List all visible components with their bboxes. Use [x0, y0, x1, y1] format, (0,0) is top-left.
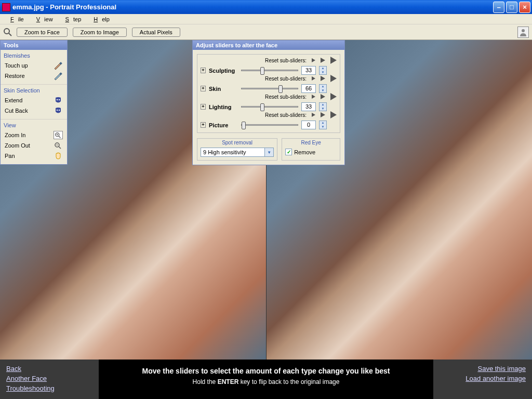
- picture-spinner[interactable]: ▲▼: [319, 121, 327, 129]
- svg-point-5: [57, 99, 58, 100]
- app-icon: [2, 3, 10, 11]
- svg-point-7: [57, 110, 58, 111]
- sculpting-value[interactable]: 33: [301, 66, 316, 75]
- preset-large-icon[interactable]: [330, 57, 337, 64]
- menu-file[interactable]: File: [2, 15, 28, 23]
- zoom-out-tool[interactable]: Zoom Out: [3, 140, 65, 151]
- svg-line-14: [59, 147, 61, 149]
- spot-removal-box: Spot removal 9 High sensitivity ▼: [197, 138, 277, 161]
- mask-extend-icon: [54, 96, 63, 104]
- touchup-tool[interactable]: Touch up: [3, 60, 65, 71]
- another-face-link[interactable]: Another Face: [6, 374, 92, 383]
- maximize-button[interactable]: □: [506, 2, 517, 13]
- window-title: emma.jpg - Portrait Professional: [12, 3, 116, 11]
- pan-tool[interactable]: Pan: [3, 151, 65, 161]
- svg-line-10: [59, 136, 61, 138]
- lighting-spinner[interactable]: ▲▼: [319, 102, 327, 111]
- skin-spinner[interactable]: ▲▼: [319, 84, 327, 93]
- menu-help[interactable]: Help: [85, 15, 114, 23]
- skin-slider[interactable]: [241, 88, 298, 89]
- titlebar: emma.jpg - Portrait Professional – □ ×: [0, 0, 532, 14]
- picture-slider-row: + Picture 0 ▲▼: [201, 121, 337, 129]
- zoom-out-icon: [54, 141, 63, 150]
- restore-tool[interactable]: Restore: [3, 71, 65, 81]
- save-image-link[interactable]: Save this image: [440, 364, 526, 374]
- expand-sculpting[interactable]: +: [201, 68, 206, 73]
- load-image-link[interactable]: Load another image: [440, 374, 526, 383]
- restore-brush-icon: [54, 72, 63, 80]
- lighting-value[interactable]: 33: [301, 102, 316, 111]
- menu-step[interactable]: Step: [57, 15, 86, 23]
- preset-med-icon[interactable]: [321, 58, 325, 63]
- svg-point-0: [4, 29, 9, 34]
- magnifier-icon[interactable]: [3, 28, 12, 37]
- menubar: File View Step Help: [0, 14, 532, 24]
- slider-group: Reset sub-sliders: + Sculpting 33 ▲▼ Res…: [197, 54, 340, 133]
- zoom-to-image-button[interactable]: Zoom to Image: [73, 28, 127, 37]
- skin-value[interactable]: 66: [301, 84, 316, 93]
- svg-line-1: [9, 33, 11, 36]
- preset-small-icon[interactable]: [312, 58, 315, 62]
- toolbar: Zoom to Face Zoom to Image Actual Pixels: [0, 24, 532, 40]
- footer: Back Another Face Troubleshooting Move t…: [0, 360, 532, 399]
- lighting-slider[interactable]: [241, 106, 298, 108]
- mask-cutback-icon: [54, 107, 63, 115]
- expand-skin[interactable]: +: [201, 86, 206, 91]
- back-link[interactable]: Back: [6, 364, 92, 374]
- skin-slider-row: + Skin 66 ▲▼: [201, 84, 337, 93]
- lighting-slider-row: + Lighting 33 ▲▼: [201, 102, 337, 111]
- close-button[interactable]: ×: [519, 2, 530, 13]
- troubleshooting-link[interactable]: Troubleshooting: [6, 383, 92, 393]
- pan-hand-icon: [54, 152, 63, 160]
- redeye-box: Red Eye ✓ Remove: [282, 138, 340, 161]
- menu-view[interactable]: View: [28, 15, 57, 23]
- sculpting-slider[interactable]: [241, 70, 298, 71]
- expand-picture[interactable]: +: [201, 122, 206, 128]
- zoom-to-face-button[interactable]: Zoom to Face: [17, 28, 68, 37]
- sculpting-spinner[interactable]: ▲▼: [319, 66, 327, 75]
- tools-header: Tools: [1, 41, 67, 50]
- touchup-brush-icon: [54, 61, 63, 70]
- cutback-tool[interactable]: Cut Back: [3, 105, 65, 116]
- face-profile-icon[interactable]: [517, 26, 529, 38]
- sculpting-slider-row: + Sculpting 33 ▲▼: [201, 66, 337, 75]
- adjust-panel: Adjust sliders to alter the face Reset s…: [192, 40, 345, 165]
- svg-point-6: [59, 99, 60, 100]
- view-section-title: View: [3, 121, 65, 130]
- redeye-checkbox[interactable]: ✓: [285, 149, 292, 155]
- extend-tool[interactable]: Extend: [3, 95, 65, 105]
- main-area: Tools Blemishes Touch up Restore Skin Se…: [0, 40, 532, 360]
- skin-selection-title: Skin Selection: [3, 86, 65, 95]
- zoom-in-tool[interactable]: Zoom In: [3, 130, 65, 140]
- picture-value[interactable]: 0: [301, 121, 316, 129]
- svg-point-2: [522, 29, 525, 32]
- zoom-in-icon: [54, 131, 63, 139]
- svg-point-8: [59, 110, 60, 111]
- minimize-button[interactable]: –: [493, 2, 504, 13]
- footer-instruction-2: Hold the ENTER key to flip back to the o…: [104, 378, 428, 385]
- expand-lighting[interactable]: +: [201, 104, 206, 110]
- spot-removal-combo[interactable]: 9 High sensitivity ▼: [201, 148, 274, 157]
- picture-slider[interactable]: [241, 124, 298, 126]
- adjust-header: Adjust sliders to alter the face: [193, 41, 344, 50]
- footer-instruction-1: Move the sliders to select the amount of…: [104, 367, 428, 375]
- tools-panel: Tools Blemishes Touch up Restore Skin Se…: [0, 40, 68, 165]
- actual-pixels-button[interactable]: Actual Pixels: [132, 28, 180, 37]
- chevron-down-icon[interactable]: ▼: [265, 148, 274, 157]
- blemishes-title: Blemishes: [3, 51, 65, 60]
